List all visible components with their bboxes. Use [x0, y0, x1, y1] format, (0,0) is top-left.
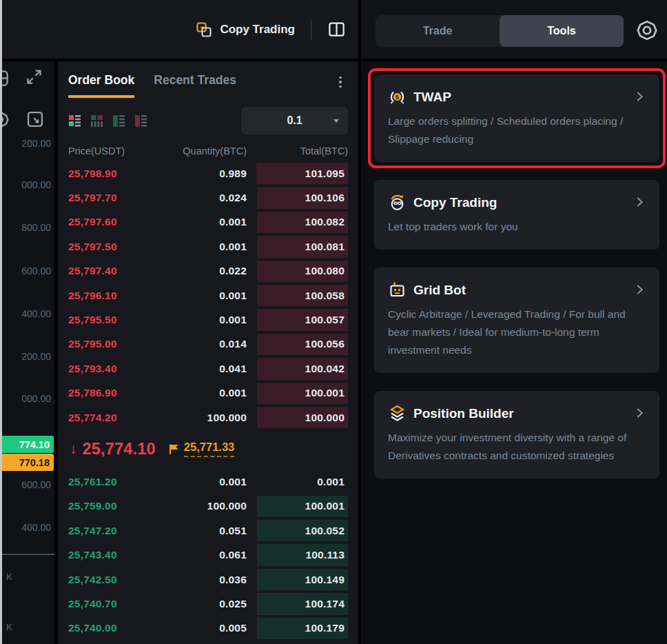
- book-default-icon[interactable]: [68, 114, 81, 128]
- copy-trading-icon: [196, 21, 212, 38]
- card-header: $TWAP: [388, 88, 646, 106]
- order-book-ask-row[interactable]: 25,797.500.001100.081: [68, 234, 348, 259]
- total-cell: 100.000: [256, 405, 348, 430]
- order-book-ask-row[interactable]: 25,798.900.989101.095: [68, 161, 348, 185]
- last-price: 25,774.10: [83, 440, 156, 459]
- preferences-icon[interactable]: [635, 18, 659, 43]
- card-description: Let top traders work for you: [388, 218, 646, 236]
- tool-card-twap[interactable]: $TWAPLarge orders splitting / Scheduled …: [374, 74, 659, 162]
- total-cell: 100.179: [256, 616, 348, 641]
- price-cell: 25,742.50: [68, 574, 154, 586]
- price-axis-label: 400.00: [21, 308, 51, 319]
- volume-pane-divider: [0, 554, 54, 555]
- quantity-cell: 0.061: [164, 549, 247, 561]
- tab-tools[interactable]: Tools: [500, 15, 624, 47]
- grid-bot-icon: [388, 281, 407, 299]
- price-cell: 25,761.20: [68, 476, 154, 488]
- last-price-axis-tag: 774.10: [0, 436, 54, 453]
- copy-trading-nav-button[interactable]: Copy Trading: [196, 21, 295, 38]
- card-title: Position Builder: [413, 406, 514, 421]
- price-cell: 25,740.00: [68, 622, 154, 634]
- panel-divider: [361, 59, 667, 61]
- total-cell: 100.001: [256, 494, 348, 519]
- precision-dropdown[interactable]: 0.1: [241, 107, 348, 134]
- order-book-ask-row[interactable]: 25,795.000.014100.056: [68, 332, 348, 356]
- tools-panel-header: Trade Tools: [361, 0, 667, 59]
- quantity-cell: 0.001: [164, 216, 247, 228]
- screenshot-icon[interactable]: [25, 110, 45, 129]
- total-cell: 100.081: [256, 234, 348, 259]
- price-down-arrow-icon: ↓: [70, 441, 77, 457]
- trade-tools-switch: Trade Tools: [376, 15, 624, 47]
- order-book-ask-row[interactable]: 25,797.400.022100.080: [68, 259, 348, 283]
- quantity-cell: 0.001: [164, 387, 247, 399]
- price-cell: 25,793.40: [68, 363, 154, 375]
- screen-left-edge: [0, 0, 2, 644]
- quantity-cell: 0.025: [164, 598, 247, 610]
- order-book-ask-row[interactable]: 25,786.900.001100.001: [68, 381, 348, 405]
- last-price-row[interactable]: ↓ 25,774.10 25,771.33: [68, 430, 348, 468]
- bids-list: 25,761.200.0010.00125,759.00100.000100.0…: [68, 470, 348, 641]
- price-axis-label: 200.00: [21, 138, 51, 149]
- card-title: TWAP: [413, 90, 451, 105]
- price-cell: 25,743.40: [68, 549, 154, 561]
- svg-text:$: $: [396, 93, 400, 101]
- quantity-cell: 0.001: [164, 314, 247, 326]
- quantity-cell: 100.000: [164, 500, 247, 512]
- order-book-ask-row[interactable]: 25,774.20100.000100.000: [68, 405, 348, 430]
- column-price: Price(USDT): [68, 145, 154, 157]
- order-book-ask-row[interactable]: 25,795.500.001100.057: [68, 308, 348, 332]
- mark-price-wrap[interactable]: 25,771.33: [168, 441, 234, 457]
- order-book-ask-row[interactable]: 25,796.100.001100.058: [68, 283, 348, 308]
- tab-order-book[interactable]: Order Book: [68, 73, 134, 98]
- tab-trade[interactable]: Trade: [376, 15, 500, 47]
- order-book-bid-row[interactable]: 25,740.000.005100.179: [68, 616, 348, 641]
- quantity-cell: 0.001: [164, 241, 247, 253]
- tool-card-position-builder[interactable]: Position BuilderMaximize your investment…: [374, 391, 659, 479]
- order-book-bid-row[interactable]: 25,743.400.061100.113: [68, 543, 348, 567]
- column-quantity: Quantity(BTC): [164, 145, 247, 157]
- price-cell: 25,797.50: [68, 241, 154, 253]
- order-book-bid-row[interactable]: 25,747.200.051100.052: [68, 519, 348, 543]
- quantity-cell: 0.989: [164, 168, 247, 180]
- quantity-cell: 100.000: [164, 412, 247, 424]
- order-book-menu-icon[interactable]: [334, 75, 347, 89]
- total-cell: 100.042: [256, 356, 348, 381]
- card-description: Large orders splitting / Scheduled order…: [388, 112, 646, 148]
- price-cell: 25,797.60: [68, 216, 154, 228]
- price-cell: 25,740.70: [68, 598, 154, 610]
- expand-chart-icon[interactable]: [25, 68, 43, 86]
- book-horizontal-icon[interactable]: [90, 114, 103, 128]
- position-builder-icon: [388, 404, 407, 423]
- order-book-column-headers: Price(USDT) Quantity(BTC) Total(BTC): [68, 145, 348, 157]
- book-buy-only-icon[interactable]: [112, 114, 125, 128]
- order-book-bid-row[interactable]: 25,759.00100.000100.001: [68, 494, 348, 519]
- price-axis-label: 000.00: [21, 393, 51, 404]
- chart-axis-strip: 200.00000.00800.00600.00400.00200.00000.…: [0, 61, 54, 644]
- annotation-highlight-box: $TWAPLarge orders splitting / Scheduled …: [368, 68, 666, 168]
- order-book-bid-row[interactable]: 25,761.200.0010.001: [68, 470, 348, 494]
- price-axis-label: 000.00: [21, 179, 51, 190]
- tab-recent-trades[interactable]: Recent Trades: [154, 73, 236, 95]
- tools-panel: Trade Tools $TWAPLarge orders splitting …: [361, 0, 667, 644]
- order-book-ask-row[interactable]: 25,793.400.041100.042: [68, 356, 348, 381]
- quantity-cell: 0.036: [164, 574, 247, 586]
- chevron-right-icon: [632, 282, 647, 300]
- precision-value: 0.1: [287, 114, 302, 127]
- order-book-tabs: Order Book Recent Trades: [68, 61, 348, 98]
- order-book-bid-row[interactable]: 25,740.700.025100.174: [68, 592, 348, 616]
- copy-trading-label: Copy Trading: [220, 23, 295, 37]
- tool-card-copy-trading[interactable]: Copy TradingLet top traders work for you: [374, 180, 659, 250]
- price-axis-label: 400.00: [21, 522, 51, 533]
- book-sell-only-icon[interactable]: [134, 114, 147, 128]
- card-title: Grid Bot: [413, 283, 466, 298]
- price-cell: 25,796.10: [68, 290, 154, 302]
- price-axis-label: 600.00: [21, 479, 51, 490]
- chevron-right-icon: [632, 405, 647, 423]
- order-book-ask-row[interactable]: 25,797.700.024100.106: [68, 185, 348, 210]
- orderbook-layout-icon[interactable]: [327, 20, 346, 39]
- order-book-ask-row[interactable]: 25,797.600.001100.082: [68, 210, 348, 234]
- order-book-bid-row[interactable]: 25,742.500.036100.149: [68, 567, 348, 592]
- tool-card-grid-bot[interactable]: Grid BotCyclic Arbitrage / Leveraged Tra…: [374, 268, 659, 373]
- quantity-cell: 0.024: [164, 192, 247, 204]
